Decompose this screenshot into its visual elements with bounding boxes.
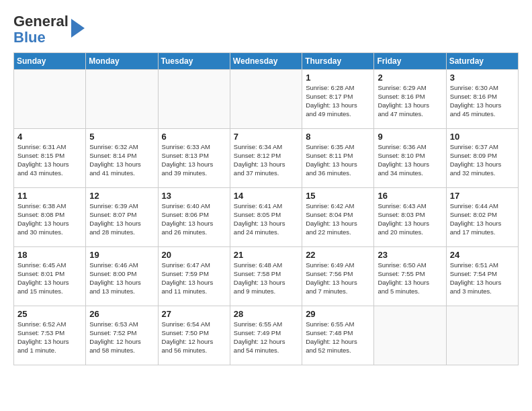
week-row-5: 25Sunrise: 6:52 AM Sunset: 7:53 PM Dayli… bbox=[14, 306, 519, 365]
header-saturday: Saturday bbox=[446, 53, 518, 70]
day-number: 4 bbox=[17, 132, 82, 142]
day-number: 19 bbox=[89, 250, 154, 260]
day-info: Sunrise: 6:38 AM Sunset: 8:08 PM Dayligh… bbox=[17, 202, 82, 236]
header-tuesday: Tuesday bbox=[158, 53, 230, 70]
day-info: Sunrise: 6:52 AM Sunset: 7:53 PM Dayligh… bbox=[17, 320, 82, 355]
calendar-cell: 2Sunrise: 6:29 AM Sunset: 8:16 PM Daylig… bbox=[374, 70, 446, 129]
day-info: Sunrise: 6:49 AM Sunset: 7:56 PM Dayligh… bbox=[306, 261, 370, 295]
day-number: 16 bbox=[378, 191, 442, 201]
day-info: Sunrise: 6:41 AM Sunset: 8:05 PM Dayligh… bbox=[234, 202, 298, 236]
calendar-cell: 16Sunrise: 6:43 AM Sunset: 8:03 PM Dayli… bbox=[374, 188, 446, 247]
calendar-cell: 21Sunrise: 6:48 AM Sunset: 7:58 PM Dayli… bbox=[230, 247, 302, 306]
day-number: 21 bbox=[234, 250, 298, 260]
day-info: Sunrise: 6:34 AM Sunset: 8:12 PM Dayligh… bbox=[234, 143, 298, 177]
calendar-cell: 23Sunrise: 6:50 AM Sunset: 7:55 PM Dayli… bbox=[374, 247, 446, 306]
day-number: 6 bbox=[162, 132, 226, 142]
calendar-cell: 3Sunrise: 6:30 AM Sunset: 8:16 PM Daylig… bbox=[446, 70, 518, 129]
calendar-cell: 18Sunrise: 6:45 AM Sunset: 8:01 PM Dayli… bbox=[14, 247, 86, 306]
logo-arrow-icon bbox=[71, 19, 85, 38]
day-info: Sunrise: 6:51 AM Sunset: 7:54 PM Dayligh… bbox=[450, 261, 515, 295]
day-info: Sunrise: 6:32 AM Sunset: 8:14 PM Dayligh… bbox=[89, 143, 154, 177]
logo: General Blue bbox=[13, 13, 85, 46]
calendar-cell: 12Sunrise: 6:39 AM Sunset: 8:07 PM Dayli… bbox=[86, 188, 158, 247]
calendar-cell: 29Sunrise: 6:55 AM Sunset: 7:48 PM Dayli… bbox=[302, 306, 374, 365]
calendar-cell: 24Sunrise: 6:51 AM Sunset: 7:54 PM Dayli… bbox=[446, 247, 518, 306]
calendar-cell: 6Sunrise: 6:33 AM Sunset: 8:13 PM Daylig… bbox=[158, 129, 230, 188]
calendar-cell: 22Sunrise: 6:49 AM Sunset: 7:56 PM Dayli… bbox=[302, 247, 374, 306]
day-info: Sunrise: 6:44 AM Sunset: 8:02 PM Dayligh… bbox=[450, 202, 515, 236]
day-number: 18 bbox=[17, 250, 82, 260]
week-row-4: 18Sunrise: 6:45 AM Sunset: 8:01 PM Dayli… bbox=[14, 247, 519, 306]
calendar-cell: 7Sunrise: 6:34 AM Sunset: 8:12 PM Daylig… bbox=[230, 129, 302, 188]
calendar-cell bbox=[374, 306, 446, 365]
day-number: 12 bbox=[89, 191, 154, 201]
calendar-body: 1Sunrise: 6:28 AM Sunset: 8:17 PM Daylig… bbox=[14, 70, 519, 365]
day-info: Sunrise: 6:36 AM Sunset: 8:10 PM Dayligh… bbox=[378, 143, 442, 177]
day-number: 28 bbox=[234, 309, 298, 319]
calendar-cell: 17Sunrise: 6:44 AM Sunset: 8:02 PM Dayli… bbox=[446, 188, 518, 247]
calendar-cell: 1Sunrise: 6:28 AM Sunset: 8:17 PM Daylig… bbox=[302, 70, 374, 129]
day-info: Sunrise: 6:30 AM Sunset: 8:16 PM Dayligh… bbox=[450, 84, 515, 118]
calendar-cell: 8Sunrise: 6:35 AM Sunset: 8:11 PM Daylig… bbox=[302, 129, 374, 188]
day-number: 11 bbox=[17, 191, 82, 201]
header-thursday: Thursday bbox=[302, 53, 374, 70]
calendar-cell: 28Sunrise: 6:55 AM Sunset: 7:49 PM Dayli… bbox=[230, 306, 302, 365]
header-monday: Monday bbox=[86, 53, 158, 70]
header-wednesday: Wednesday bbox=[230, 53, 302, 70]
day-number: 8 bbox=[306, 132, 370, 142]
day-info: Sunrise: 6:50 AM Sunset: 7:55 PM Dayligh… bbox=[378, 261, 442, 295]
day-info: Sunrise: 6:28 AM Sunset: 8:17 PM Dayligh… bbox=[306, 84, 370, 118]
day-number: 10 bbox=[450, 132, 515, 142]
day-info: Sunrise: 6:55 AM Sunset: 7:48 PM Dayligh… bbox=[306, 320, 370, 355]
calendar-cell bbox=[446, 306, 518, 365]
calendar-cell: 5Sunrise: 6:32 AM Sunset: 8:14 PM Daylig… bbox=[86, 129, 158, 188]
calendar-cell: 9Sunrise: 6:36 AM Sunset: 8:10 PM Daylig… bbox=[374, 129, 446, 188]
day-info: Sunrise: 6:45 AM Sunset: 8:01 PM Dayligh… bbox=[17, 261, 82, 295]
calendar-cell bbox=[230, 70, 302, 129]
logo-general: General bbox=[13, 13, 69, 30]
calendar-cell: 11Sunrise: 6:38 AM Sunset: 8:08 PM Dayli… bbox=[14, 188, 86, 247]
calendar-cell: 19Sunrise: 6:46 AM Sunset: 8:00 PM Dayli… bbox=[86, 247, 158, 306]
calendar-cell: 15Sunrise: 6:42 AM Sunset: 8:04 PM Dayli… bbox=[302, 188, 374, 247]
day-number: 9 bbox=[378, 132, 442, 142]
page-header: General Blue bbox=[13, 11, 519, 46]
day-info: Sunrise: 6:48 AM Sunset: 7:58 PM Dayligh… bbox=[234, 261, 298, 295]
day-number: 22 bbox=[306, 250, 370, 260]
calendar-cell: 27Sunrise: 6:54 AM Sunset: 7:50 PM Dayli… bbox=[158, 306, 230, 365]
day-number: 20 bbox=[162, 250, 226, 260]
day-info: Sunrise: 6:47 AM Sunset: 7:59 PM Dayligh… bbox=[162, 261, 226, 295]
day-number: 14 bbox=[234, 191, 298, 201]
calendar-cell: 13Sunrise: 6:40 AM Sunset: 8:06 PM Dayli… bbox=[158, 188, 230, 247]
day-info: Sunrise: 6:55 AM Sunset: 7:49 PM Dayligh… bbox=[234, 320, 298, 355]
day-number: 26 bbox=[89, 309, 154, 319]
day-number: 17 bbox=[450, 191, 515, 201]
day-info: Sunrise: 6:35 AM Sunset: 8:11 PM Dayligh… bbox=[306, 143, 370, 177]
day-info: Sunrise: 6:39 AM Sunset: 8:07 PM Dayligh… bbox=[89, 202, 154, 236]
week-row-2: 4Sunrise: 6:31 AM Sunset: 8:15 PM Daylig… bbox=[14, 129, 519, 188]
day-number: 1 bbox=[306, 73, 370, 83]
calendar-cell: 25Sunrise: 6:52 AM Sunset: 7:53 PM Dayli… bbox=[14, 306, 86, 365]
day-info: Sunrise: 6:42 AM Sunset: 8:04 PM Dayligh… bbox=[306, 202, 370, 236]
day-number: 5 bbox=[89, 132, 154, 142]
calendar-cell: 4Sunrise: 6:31 AM Sunset: 8:15 PM Daylig… bbox=[14, 129, 86, 188]
day-number: 29 bbox=[306, 309, 370, 319]
calendar-cell: 10Sunrise: 6:37 AM Sunset: 8:09 PM Dayli… bbox=[446, 129, 518, 188]
day-info: Sunrise: 6:53 AM Sunset: 7:52 PM Dayligh… bbox=[89, 320, 154, 355]
day-info: Sunrise: 6:31 AM Sunset: 8:15 PM Dayligh… bbox=[17, 143, 82, 177]
week-row-3: 11Sunrise: 6:38 AM Sunset: 8:08 PM Dayli… bbox=[14, 188, 519, 247]
day-number: 15 bbox=[306, 191, 370, 201]
calendar-cell: 26Sunrise: 6:53 AM Sunset: 7:52 PM Dayli… bbox=[86, 306, 158, 365]
day-number: 25 bbox=[17, 309, 82, 319]
calendar-cell bbox=[158, 70, 230, 129]
day-info: Sunrise: 6:46 AM Sunset: 8:00 PM Dayligh… bbox=[89, 261, 154, 295]
calendar-header-row: SundayMondayTuesdayWednesdayThursdayFrid… bbox=[14, 53, 519, 70]
header-friday: Friday bbox=[374, 53, 446, 70]
day-number: 23 bbox=[378, 250, 442, 260]
calendar-cell bbox=[86, 70, 158, 129]
calendar-cell: 14Sunrise: 6:41 AM Sunset: 8:05 PM Dayli… bbox=[230, 188, 302, 247]
calendar-table: SundayMondayTuesdayWednesdayThursdayFrid… bbox=[13, 52, 519, 365]
day-info: Sunrise: 6:29 AM Sunset: 8:16 PM Dayligh… bbox=[378, 84, 442, 118]
day-info: Sunrise: 6:33 AM Sunset: 8:13 PM Dayligh… bbox=[162, 143, 226, 177]
day-info: Sunrise: 6:40 AM Sunset: 8:06 PM Dayligh… bbox=[162, 202, 226, 236]
day-info: Sunrise: 6:54 AM Sunset: 7:50 PM Dayligh… bbox=[162, 320, 226, 355]
